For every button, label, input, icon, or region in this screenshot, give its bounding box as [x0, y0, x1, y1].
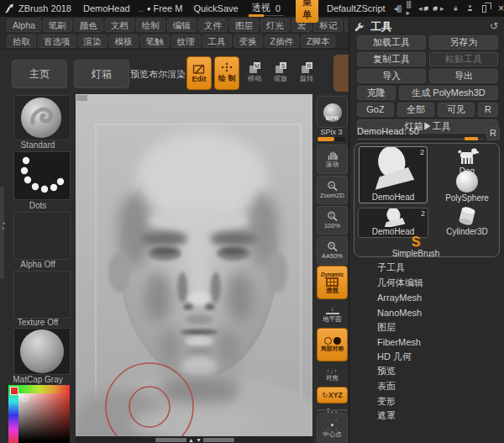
dynamic-perspective-button[interactable]: Dynamic 透视: [317, 266, 348, 299]
local-symmetry-button[interactable]: 局部对称: [317, 328, 348, 361]
current-texture-thumbnail[interactable]: [13, 271, 71, 319]
section-deformation[interactable]: 变形: [349, 393, 504, 409]
scrollbar-segment-left[interactable]: [155, 438, 186, 442]
goz-r-button[interactable]: R: [478, 103, 498, 117]
move-mode-button[interactable]: M 移动: [244, 57, 265, 87]
color-picker[interactable]: [8, 385, 70, 443]
ui-config2-icon[interactable]: [433, 4, 438, 13]
menu-brush[interactable]: 笔刷: [43, 18, 72, 32]
current-alpha-thumbnail[interactable]: [13, 212, 71, 260]
scrollbar-segment-right[interactable]: [203, 438, 234, 442]
clone-button[interactable]: 克隆: [357, 86, 396, 100]
menu-zplugin[interactable]: Z插件: [265, 34, 299, 48]
section-nanomesh[interactable]: NanoMesh: [349, 305, 504, 320]
frame-button[interactable]: ↑↓↑ 对焦: [317, 363, 348, 387]
zoom2d-button[interactable]: + Zoom2D: [317, 176, 348, 204]
menu-alpha[interactable]: Alpha: [7, 18, 41, 32]
spix-slider[interactable]: [318, 137, 345, 141]
scroll-up-icon[interactable]: ▲: [188, 437, 194, 443]
divider-collapse-right-icon[interactable]: ||||▸: [407, 0, 411, 17]
unlock-icon[interactable]: [454, 3, 458, 13]
active-tool-slider[interactable]: DemoHead. 50: [357, 126, 483, 140]
rotate-xyz-button[interactable]: ↻ XYZ: [317, 387, 348, 403]
divider-collapse-left-icon[interactable]: ◂||||: [394, 4, 402, 13]
center-pivot-button[interactable]: 中心点: [317, 413, 348, 443]
scroll-down-icon[interactable]: ▼: [196, 437, 202, 443]
copy-tool-button[interactable]: 复制工具: [357, 52, 426, 66]
menu-stencil[interactable]: 模板: [109, 34, 139, 48]
scale-mode-button[interactable]: S 缩放: [270, 57, 291, 87]
section-layers[interactable]: 图层: [349, 319, 504, 335]
minimize-icon[interactable]: ▾: [468, 6, 471, 11]
section-geometry[interactable]: 几何体编辑: [349, 276, 504, 291]
edit-mode-button[interactable]: Edit: [186, 56, 212, 90]
current-stroke-thumbnail[interactable]: [13, 151, 71, 200]
ui-next-icon[interactable]: ▸: [440, 4, 444, 13]
floor-grid-button[interactable]: ↓ 地平面: [317, 301, 348, 328]
menu-toggle-button[interactable]: 菜单: [296, 0, 318, 23]
goz-all-button[interactable]: 全部: [397, 103, 434, 117]
menu-document[interactable]: 文档: [105, 18, 134, 32]
scroll-tool-button[interactable]: 滚动: [317, 145, 348, 174]
zscript-name[interactable]: DefaultZScript: [327, 3, 386, 13]
menu-file[interactable]: 文件: [198, 18, 228, 32]
save-as-button[interactable]: 另存为: [429, 35, 498, 50]
tool-thumb-polysphere[interactable]: PolySphere: [440, 171, 494, 203]
import-button[interactable]: 导入: [357, 69, 426, 83]
bpr-render-button[interactable]: BPR: [317, 96, 348, 128]
tray-divider-handle[interactable]: ◂ ▸: [0, 220, 7, 230]
tool-thumb-demohead-active[interactable]: 2 DemoHead: [359, 146, 428, 203]
load-tool-button[interactable]: 加载工具: [357, 35, 426, 50]
tool-thumb-demohead-2[interactable]: 2 DemoHead: [358, 208, 428, 238]
preview-boolean-toggle[interactable]: 预览布尔渲染: [130, 68, 186, 81]
menu-picker[interactable]: 拾取: [7, 34, 36, 48]
goz-visible-button[interactable]: 可见: [438, 103, 475, 117]
quicksave-button[interactable]: QuickSave: [193, 3, 238, 13]
current-material-thumbnail[interactable]: [13, 328, 71, 375]
goz-button[interactable]: GoZ: [357, 103, 394, 117]
menu-render[interactable]: 渲染: [78, 34, 108, 48]
palette-reset-icon[interactable]: ↺: [490, 20, 498, 32]
close-icon[interactable]: ×: [498, 3, 504, 14]
menu-layer[interactable]: 图层: [229, 18, 259, 32]
lightbox-button[interactable]: 灯箱: [74, 60, 129, 88]
section-preview[interactable]: 预览: [349, 364, 504, 379]
aa-half-button[interactable]: ½ AA50%: [317, 236, 348, 265]
menu-stroke[interactable]: 笔触: [140, 34, 170, 48]
ui-prev-icon[interactable]: ◂: [418, 4, 422, 13]
section-masking[interactable]: 遮罩: [349, 409, 504, 424]
menu-zscript[interactable]: Z脚本: [301, 34, 335, 48]
canvas-horizontal-scrollbar[interactable]: ▲ ▼: [76, 436, 312, 443]
menu-light[interactable]: 灯光: [260, 18, 290, 32]
menu-texture[interactable]: 纹理: [171, 34, 201, 48]
menu-color[interactable]: 颜色: [74, 18, 103, 32]
section-surface[interactable]: 表面: [349, 379, 504, 394]
menu-tool[interactable]: 工具: [202, 34, 232, 48]
menu-transform[interactable]: 变换: [234, 34, 263, 48]
rotate-mode-button[interactable]: R 旋转: [297, 57, 317, 87]
draw-mode-button[interactable]: 绘 制: [214, 56, 239, 90]
partial-brush-thumbnail[interactable]: [333, 55, 349, 92]
current-brush-thumbnail[interactable]: [13, 95, 71, 140]
make-polymesh-button[interactable]: 生成 PolyMesh3D: [399, 86, 498, 100]
section-arraymesh[interactable]: ArrayMesh: [349, 290, 504, 305]
restore-icon[interactable]: [482, 5, 486, 13]
menu-edit[interactable]: 编辑: [167, 18, 197, 32]
export-button[interactable]: 导出: [429, 69, 498, 83]
home-button[interactable]: 主页: [12, 60, 67, 88]
slider-r-button[interactable]: R: [486, 126, 500, 140]
perspective-slider[interactable]: 透视 0: [249, 2, 284, 16]
menu-draw[interactable]: 绘制: [136, 18, 165, 32]
menu-preferences[interactable]: 首选项: [38, 34, 76, 48]
section-fibermesh[interactable]: FiberMesh: [349, 335, 504, 350]
hue-strip-horizontal[interactable]: [18, 385, 70, 393]
saturation-square[interactable]: [18, 393, 70, 443]
section-subtool[interactable]: 子工具: [349, 261, 504, 276]
sculpt-viewport[interactable]: [76, 94, 312, 436]
slider-handle[interactable]: [465, 137, 478, 140]
left-tray-scrollbar[interactable]: [0, 187, 4, 279]
section-hd-geometry[interactable]: HD 几何: [349, 350, 504, 365]
actual-size-button[interactable]: 1 100%: [317, 206, 348, 235]
ui-config-icon[interactable]: [423, 4, 428, 13]
tool-thumb-cylinder3d[interactable]: Cylinder3D: [438, 206, 496, 236]
